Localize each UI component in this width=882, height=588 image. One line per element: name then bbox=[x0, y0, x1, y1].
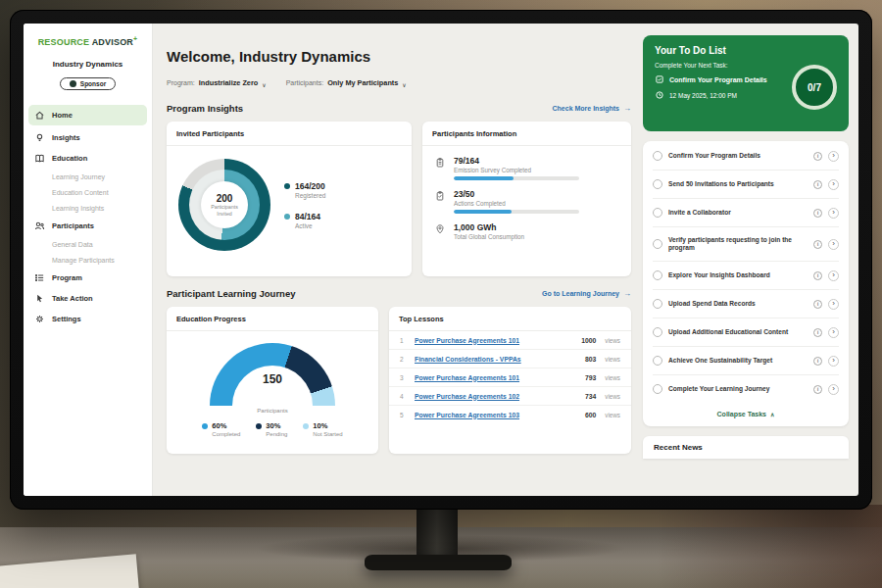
lesson-row[interactable]: 2 Financial Considerations - VPPAs 803 v… bbox=[389, 350, 631, 368]
chevron-right-icon[interactable] bbox=[828, 208, 839, 219]
sidebar-item-home[interactable]: Home bbox=[28, 105, 147, 125]
invited-total: 200 bbox=[217, 193, 233, 204]
lesson-link[interactable]: Power Purchase Agreements 101 bbox=[415, 337, 574, 344]
task-row[interactable]: Upload Additional Educational Content bbox=[653, 318, 839, 347]
invited-total-label: Participants Invited bbox=[205, 204, 244, 217]
task-checkbox[interactable] bbox=[653, 208, 662, 218]
card-title: Participants Information bbox=[422, 122, 631, 146]
lesson-link[interactable]: Financial Considerations - VPPAs bbox=[415, 356, 578, 363]
education-total: 150 bbox=[210, 372, 335, 386]
lesson-views: 734 bbox=[585, 393, 596, 400]
lesson-row[interactable]: 1 Power Purchase Agreements 101 1000 vie… bbox=[389, 331, 631, 350]
info-icon[interactable] bbox=[813, 300, 822, 309]
people-icon bbox=[34, 220, 45, 231]
sidebar-item-learning-insights[interactable]: Learning Insights bbox=[24, 200, 152, 216]
task-checkbox[interactable] bbox=[653, 327, 662, 337]
task-checkbox[interactable] bbox=[653, 270, 662, 280]
info-icon[interactable] bbox=[813, 152, 822, 161]
task-row[interactable]: Confirm Your Program Details bbox=[653, 142, 839, 171]
program-filter[interactable]: Program: Industrialize Zero bbox=[167, 74, 267, 91]
task-checkbox[interactable] bbox=[653, 384, 662, 394]
lesson-link[interactable]: Power Purchase Agreements 103 bbox=[415, 412, 578, 418]
monitor-stand-base bbox=[365, 555, 512, 570]
chevron-right-icon[interactable] bbox=[828, 384, 839, 395]
recent-news-title: Recent News bbox=[654, 443, 703, 452]
task-checkbox[interactable] bbox=[653, 299, 662, 309]
sidebar-item-take-action[interactable]: Take Action bbox=[24, 288, 152, 309]
info-icon[interactable] bbox=[813, 357, 822, 366]
chevron-right-icon[interactable] bbox=[828, 239, 839, 250]
chevron-right-icon[interactable] bbox=[828, 151, 839, 162]
lesson-row[interactable]: 5 Power Purchase Agreements 103 600 view… bbox=[389, 406, 631, 423]
todo-progress-value: 0/7 bbox=[808, 82, 821, 93]
chevron-right-icon[interactable] bbox=[828, 327, 839, 338]
chevron-right-icon[interactable] bbox=[828, 270, 839, 281]
page-title: Welcome, Industry Dynamics bbox=[167, 48, 631, 65]
lesson-row[interactable]: 3 Power Purchase Agreements 101 793 view… bbox=[389, 368, 631, 387]
lesson-link[interactable]: Power Purchase Agreements 102 bbox=[415, 393, 578, 400]
progress-bar bbox=[454, 176, 579, 180]
sidebar-item-participants[interactable]: Participants bbox=[24, 216, 152, 236]
sidebar-item-learning-journey[interactable]: Learning Journey bbox=[24, 169, 152, 184]
lesson-rank: 1 bbox=[400, 337, 408, 344]
info-icon[interactable] bbox=[813, 240, 822, 249]
sidebar-item-insights[interactable]: Insights bbox=[24, 127, 152, 148]
clock-icon bbox=[655, 90, 664, 100]
task-row[interactable]: Explore Your Insights Dashboard bbox=[653, 262, 839, 290]
task-label: Upload Spend Data Records bbox=[668, 300, 808, 309]
task-label: Upload Additional Educational Content bbox=[668, 328, 808, 337]
task-row[interactable]: Invite a Collaborator bbox=[653, 199, 839, 227]
legend-dot bbox=[303, 423, 309, 429]
chevron-right-icon[interactable] bbox=[828, 299, 839, 310]
center-column: Welcome, Industry Dynamics Program: Indu… bbox=[167, 35, 631, 496]
task-label: Complete Your Learning Journey bbox=[668, 385, 808, 394]
task-checkbox[interactable] bbox=[653, 151, 662, 161]
check-more-insights-link[interactable]: Check More Insights bbox=[553, 104, 631, 113]
collapse-tasks-button[interactable]: Collapse Tasks bbox=[653, 403, 839, 422]
chevron-up-icon bbox=[770, 411, 774, 417]
chevron-right-icon[interactable] bbox=[828, 179, 839, 190]
info-icon[interactable] bbox=[813, 271, 822, 280]
chevron-right-icon[interactable] bbox=[828, 356, 839, 367]
lesson-views: 793 bbox=[585, 374, 596, 381]
info-icon[interactable] bbox=[813, 385, 822, 394]
participants-filter[interactable]: Participants: Only My Participants bbox=[286, 74, 407, 91]
sidebar-item-education-content[interactable]: Education Content bbox=[24, 184, 152, 200]
lesson-views-suffix: views bbox=[605, 393, 620, 400]
sidebar-item-label: Settings bbox=[52, 315, 81, 323]
progress-bar bbox=[454, 210, 579, 214]
card-title: Invited Participants bbox=[167, 122, 412, 146]
education-legend: 60% Completed 30% Pending bbox=[167, 421, 378, 437]
sidebar-item-manage-participants[interactable]: Manage Participants bbox=[24, 252, 152, 268]
task-row[interactable]: Achieve One Sustainability Target bbox=[653, 347, 839, 375]
lesson-link[interactable]: Power Purchase Agreements 101 bbox=[415, 374, 578, 381]
sidebar-item-general-data[interactable]: General Data bbox=[24, 236, 152, 252]
legend-pending: 30% Pending bbox=[256, 421, 287, 437]
registered-value: 164/200 bbox=[295, 181, 325, 191]
task-row[interactable]: Verify participants requesting to join t… bbox=[653, 227, 839, 262]
info-icon[interactable] bbox=[813, 180, 822, 189]
task-checkbox[interactable] bbox=[653, 239, 662, 249]
active-label: Active bbox=[295, 222, 320, 229]
task-row[interactable]: Send 50 Invitations to Participants bbox=[653, 171, 839, 199]
sidebar-nav: Home Insights Education Learning Journey… bbox=[24, 105, 152, 329]
filters-row: Program: Industrialize Zero Participants… bbox=[167, 74, 631, 91]
go-to-learning-journey-link[interactable]: Go to Learning Journey bbox=[542, 289, 631, 298]
sidebar-item-program[interactable]: Program bbox=[24, 268, 152, 288]
sponsor-badge[interactable]: Sponsor bbox=[60, 77, 116, 90]
task-checkbox[interactable] bbox=[653, 179, 662, 189]
stat-value: 79/164 bbox=[454, 156, 619, 166]
sidebar-item-settings[interactable]: Settings bbox=[24, 309, 152, 329]
lesson-row[interactable]: 4 Power Purchase Agreements 102 734 view… bbox=[389, 387, 631, 406]
sidebar-item-education[interactable]: Education bbox=[24, 148, 152, 169]
task-checkbox[interactable] bbox=[653, 356, 662, 366]
info-icon[interactable] bbox=[813, 328, 822, 337]
stat-label: Emission Survey Completed bbox=[454, 167, 619, 173]
stat-label: Total Global Consumption bbox=[454, 233, 619, 240]
task-row[interactable]: Upload Spend Data Records bbox=[653, 290, 839, 318]
task-row[interactable]: Complete Your Learning Journey bbox=[653, 375, 839, 403]
participants-filter-value: Only My Participants bbox=[327, 78, 398, 87]
info-icon[interactable] bbox=[813, 209, 822, 218]
checklist-icon bbox=[434, 190, 446, 214]
education-total-label: Participants bbox=[167, 408, 378, 414]
